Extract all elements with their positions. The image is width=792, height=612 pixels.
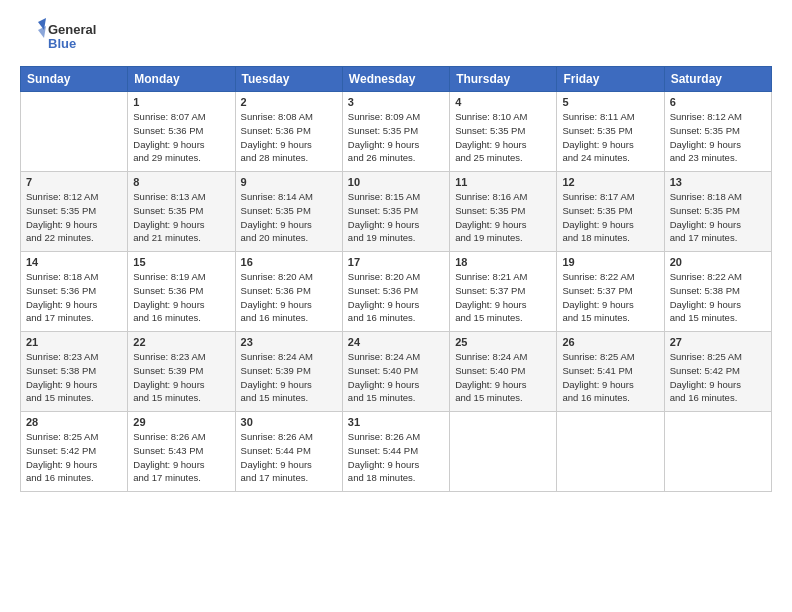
- weekday-header: Friday: [557, 67, 664, 92]
- day-info: Sunrise: 8:21 AMSunset: 5:37 PMDaylight:…: [455, 270, 551, 325]
- day-info: Sunrise: 8:20 AMSunset: 5:36 PMDaylight:…: [241, 270, 337, 325]
- day-number: 29: [133, 416, 229, 428]
- day-info: Sunrise: 8:17 AMSunset: 5:35 PMDaylight:…: [562, 190, 658, 245]
- calendar-cell: 12Sunrise: 8:17 AMSunset: 5:35 PMDayligh…: [557, 172, 664, 252]
- day-number: 2: [241, 96, 337, 108]
- day-number: 27: [670, 336, 766, 348]
- calendar-week-row: 21Sunrise: 8:23 AMSunset: 5:38 PMDayligh…: [21, 332, 772, 412]
- svg-marker-3: [38, 26, 46, 38]
- day-number: 24: [348, 336, 444, 348]
- day-info: Sunrise: 8:09 AMSunset: 5:35 PMDaylight:…: [348, 110, 444, 165]
- weekday-header: Tuesday: [235, 67, 342, 92]
- calendar-week-row: 14Sunrise: 8:18 AMSunset: 5:36 PMDayligh…: [21, 252, 772, 332]
- day-info: Sunrise: 8:23 AMSunset: 5:38 PMDaylight:…: [26, 350, 122, 405]
- weekday-header: Sunday: [21, 67, 128, 92]
- day-info: Sunrise: 8:25 AMSunset: 5:42 PMDaylight:…: [670, 350, 766, 405]
- weekday-header: Saturday: [664, 67, 771, 92]
- day-info: Sunrise: 8:26 AMSunset: 5:44 PMDaylight:…: [241, 430, 337, 485]
- day-info: Sunrise: 8:18 AMSunset: 5:36 PMDaylight:…: [26, 270, 122, 325]
- calendar-cell: 22Sunrise: 8:23 AMSunset: 5:39 PMDayligh…: [128, 332, 235, 412]
- page: General Blue SundayMondayTuesdayWednesda…: [0, 0, 792, 612]
- logo: General Blue: [20, 18, 110, 56]
- logo-svg: General Blue: [20, 18, 110, 56]
- day-number: 30: [241, 416, 337, 428]
- day-number: 1: [133, 96, 229, 108]
- day-info: Sunrise: 8:13 AMSunset: 5:35 PMDaylight:…: [133, 190, 229, 245]
- calendar-cell: 6Sunrise: 8:12 AMSunset: 5:35 PMDaylight…: [664, 92, 771, 172]
- day-info: Sunrise: 8:08 AMSunset: 5:36 PMDaylight:…: [241, 110, 337, 165]
- calendar-cell: 16Sunrise: 8:20 AMSunset: 5:36 PMDayligh…: [235, 252, 342, 332]
- day-info: Sunrise: 8:20 AMSunset: 5:36 PMDaylight:…: [348, 270, 444, 325]
- weekday-header: Wednesday: [342, 67, 449, 92]
- calendar-cell: 3Sunrise: 8:09 AMSunset: 5:35 PMDaylight…: [342, 92, 449, 172]
- day-info: Sunrise: 8:10 AMSunset: 5:35 PMDaylight:…: [455, 110, 551, 165]
- day-info: Sunrise: 8:24 AMSunset: 5:40 PMDaylight:…: [455, 350, 551, 405]
- day-info: Sunrise: 8:07 AMSunset: 5:36 PMDaylight:…: [133, 110, 229, 165]
- day-info: Sunrise: 8:14 AMSunset: 5:35 PMDaylight:…: [241, 190, 337, 245]
- day-info: Sunrise: 8:22 AMSunset: 5:37 PMDaylight:…: [562, 270, 658, 325]
- calendar-cell: 4Sunrise: 8:10 AMSunset: 5:35 PMDaylight…: [450, 92, 557, 172]
- day-info: Sunrise: 8:23 AMSunset: 5:39 PMDaylight:…: [133, 350, 229, 405]
- day-number: 18: [455, 256, 551, 268]
- day-number: 20: [670, 256, 766, 268]
- calendar-cell: 17Sunrise: 8:20 AMSunset: 5:36 PMDayligh…: [342, 252, 449, 332]
- day-info: Sunrise: 8:24 AMSunset: 5:39 PMDaylight:…: [241, 350, 337, 405]
- day-number: 10: [348, 176, 444, 188]
- calendar-cell: 1Sunrise: 8:07 AMSunset: 5:36 PMDaylight…: [128, 92, 235, 172]
- calendar-cell: 5Sunrise: 8:11 AMSunset: 5:35 PMDaylight…: [557, 92, 664, 172]
- day-number: 9: [241, 176, 337, 188]
- calendar-cell: 13Sunrise: 8:18 AMSunset: 5:35 PMDayligh…: [664, 172, 771, 252]
- day-info: Sunrise: 8:19 AMSunset: 5:36 PMDaylight:…: [133, 270, 229, 325]
- day-number: 5: [562, 96, 658, 108]
- calendar-cell: 10Sunrise: 8:15 AMSunset: 5:35 PMDayligh…: [342, 172, 449, 252]
- calendar-cell: 8Sunrise: 8:13 AMSunset: 5:35 PMDaylight…: [128, 172, 235, 252]
- day-number: 25: [455, 336, 551, 348]
- calendar-cell: 2Sunrise: 8:08 AMSunset: 5:36 PMDaylight…: [235, 92, 342, 172]
- day-number: 23: [241, 336, 337, 348]
- calendar-cell: 23Sunrise: 8:24 AMSunset: 5:39 PMDayligh…: [235, 332, 342, 412]
- day-number: 17: [348, 256, 444, 268]
- day-number: 26: [562, 336, 658, 348]
- calendar-cell: [664, 412, 771, 492]
- calendar-cell: 26Sunrise: 8:25 AMSunset: 5:41 PMDayligh…: [557, 332, 664, 412]
- calendar-cell: 24Sunrise: 8:24 AMSunset: 5:40 PMDayligh…: [342, 332, 449, 412]
- day-number: 6: [670, 96, 766, 108]
- weekday-header: Monday: [128, 67, 235, 92]
- day-number: 22: [133, 336, 229, 348]
- day-info: Sunrise: 8:16 AMSunset: 5:35 PMDaylight:…: [455, 190, 551, 245]
- day-number: 19: [562, 256, 658, 268]
- svg-text:General: General: [48, 22, 96, 37]
- header: General Blue: [20, 18, 772, 56]
- day-number: 14: [26, 256, 122, 268]
- calendar-cell: 14Sunrise: 8:18 AMSunset: 5:36 PMDayligh…: [21, 252, 128, 332]
- day-number: 4: [455, 96, 551, 108]
- day-info: Sunrise: 8:24 AMSunset: 5:40 PMDaylight:…: [348, 350, 444, 405]
- calendar-cell: [557, 412, 664, 492]
- day-number: 31: [348, 416, 444, 428]
- calendar-cell: 25Sunrise: 8:24 AMSunset: 5:40 PMDayligh…: [450, 332, 557, 412]
- calendar-week-row: 1Sunrise: 8:07 AMSunset: 5:36 PMDaylight…: [21, 92, 772, 172]
- day-number: 8: [133, 176, 229, 188]
- day-number: 28: [26, 416, 122, 428]
- day-number: 16: [241, 256, 337, 268]
- day-info: Sunrise: 8:26 AMSunset: 5:44 PMDaylight:…: [348, 430, 444, 485]
- day-number: 13: [670, 176, 766, 188]
- day-info: Sunrise: 8:25 AMSunset: 5:42 PMDaylight:…: [26, 430, 122, 485]
- svg-text:Blue: Blue: [48, 36, 76, 51]
- calendar-cell: [450, 412, 557, 492]
- calendar-cell: 15Sunrise: 8:19 AMSunset: 5:36 PMDayligh…: [128, 252, 235, 332]
- day-info: Sunrise: 8:18 AMSunset: 5:35 PMDaylight:…: [670, 190, 766, 245]
- calendar-header-row: SundayMondayTuesdayWednesdayThursdayFrid…: [21, 67, 772, 92]
- day-number: 3: [348, 96, 444, 108]
- calendar-cell: 9Sunrise: 8:14 AMSunset: 5:35 PMDaylight…: [235, 172, 342, 252]
- day-info: Sunrise: 8:25 AMSunset: 5:41 PMDaylight:…: [562, 350, 658, 405]
- calendar-body: 1Sunrise: 8:07 AMSunset: 5:36 PMDaylight…: [21, 92, 772, 492]
- calendar-cell: 20Sunrise: 8:22 AMSunset: 5:38 PMDayligh…: [664, 252, 771, 332]
- day-info: Sunrise: 8:11 AMSunset: 5:35 PMDaylight:…: [562, 110, 658, 165]
- calendar-cell: 7Sunrise: 8:12 AMSunset: 5:35 PMDaylight…: [21, 172, 128, 252]
- day-info: Sunrise: 8:12 AMSunset: 5:35 PMDaylight:…: [26, 190, 122, 245]
- calendar-cell: [21, 92, 128, 172]
- calendar: SundayMondayTuesdayWednesdayThursdayFrid…: [20, 66, 772, 492]
- calendar-week-row: 28Sunrise: 8:25 AMSunset: 5:42 PMDayligh…: [21, 412, 772, 492]
- day-number: 21: [26, 336, 122, 348]
